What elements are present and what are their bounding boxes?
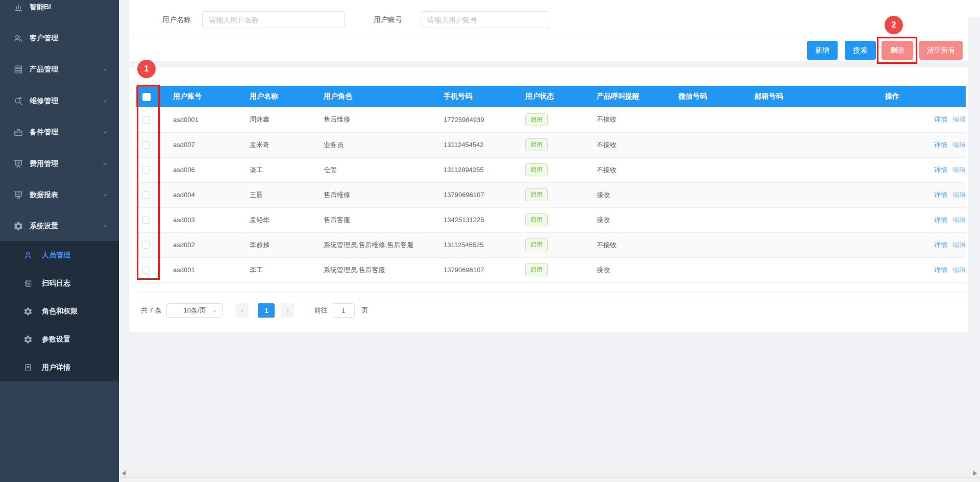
sidebar-item-smart-bi[interactable]: 智能BI <box>0 0 119 22</box>
user-name-label: 用户名称 <box>162 11 191 28</box>
scroll-left-arrow-icon[interactable] <box>122 471 126 476</box>
sidebar-item-scan-log[interactable]: 扫码日志 <box>0 269 119 297</box>
detail-link[interactable]: 详情 <box>934 191 947 199</box>
annotation-step-1-badge: 1 <box>137 60 156 78</box>
annotation-step-2-badge: 2 <box>885 16 903 34</box>
user-detail-icon <box>23 363 33 372</box>
row-checkbox[interactable] <box>142 216 150 224</box>
next-page-button[interactable]: › <box>281 303 294 318</box>
chevron-up-icon <box>102 223 109 230</box>
products-icon <box>13 64 23 75</box>
sidebar-item-reports[interactable]: 数据报表 <box>0 179 119 210</box>
user-name-input[interactable] <box>202 11 345 28</box>
cell-account: asd002 <box>167 232 243 257</box>
cell-account: asd007 <box>167 132 243 157</box>
cell-phone: 13112894255 <box>437 157 519 182</box>
col-header-account: 用户账号 <box>167 86 243 107</box>
row-checkbox[interactable] <box>142 267 150 274</box>
sidebar-item-products[interactable]: 产品管理 <box>0 54 119 85</box>
table-row: asd002 李超越 系统管理员,售后维修,售后客服 13112546525 启… <box>136 232 966 257</box>
edit-link[interactable]: 编辑 <box>952 115 966 123</box>
prev-page-button[interactable]: ‹ <box>235 303 249 318</box>
cell-phone: 13790696107 <box>437 182 519 207</box>
col-header-status: 用户状态 <box>519 86 591 107</box>
sidebar-item-personnel[interactable]: 人员管理 <box>0 241 119 269</box>
row-checkbox[interactable] <box>142 191 150 199</box>
gear-icon <box>13 221 23 231</box>
horizontal-scrollbar[interactable] <box>119 469 980 478</box>
edit-link[interactable]: 编辑 <box>952 266 966 274</box>
detail-link[interactable]: 详情 <box>934 166 947 174</box>
bottom-strip <box>119 478 980 482</box>
chevron-down-icon <box>102 129 109 136</box>
edit-link[interactable]: 编辑 <box>952 216 966 224</box>
gear-icon <box>23 335 33 344</box>
goto-page-input[interactable] <box>332 303 355 318</box>
user-account-input[interactable] <box>421 11 549 28</box>
sidebar-item-label: 维修管理 <box>30 97 58 106</box>
detail-link[interactable]: 详情 <box>934 216 947 224</box>
edit-link[interactable]: 编辑 <box>952 241 966 249</box>
cell-product-alert: 接收 <box>591 257 672 282</box>
detail-link[interactable]: 详情 <box>934 115 947 123</box>
sidebar-item-roles-permissions[interactable]: 角色和权限 <box>0 297 119 325</box>
cell-role: 系统管理员,售后维修,售后客服 <box>317 232 437 257</box>
detail-link[interactable]: 详情 <box>934 266 947 274</box>
edit-link[interactable]: 编辑 <box>952 166 966 174</box>
table-row: asd0001 周炜鑫 售后维修 17725984939 启用 不接收 详情编辑 <box>136 107 966 132</box>
sidebar-item-repair[interactable]: 维修管理 <box>0 85 119 116</box>
status-badge: 启用 <box>525 138 548 151</box>
cell-account: asd001 <box>167 257 243 282</box>
edit-link[interactable]: 编辑 <box>952 141 966 149</box>
detail-link[interactable]: 详情 <box>934 241 947 249</box>
search-button[interactable]: 搜索 <box>845 41 876 60</box>
delete-button[interactable]: 删除 <box>881 41 913 60</box>
col-header-email: 邮箱号码 <box>748 86 879 107</box>
scroll-right-arrow-icon[interactable] <box>973 471 977 476</box>
sidebar-menu: 智能BI 客户管理 产品管理 维修管理 <box>0 0 119 242</box>
clear-all-button[interactable]: 清空所有 <box>919 41 963 60</box>
cell-name: 周炜鑫 <box>243 107 317 132</box>
table-row: asd006 谈工 仓管 13112894255 启用 不接收 详情编辑 <box>136 157 966 182</box>
page-size-select[interactable]: 10条/页 <box>166 303 223 318</box>
col-header-phone: 手机号码 <box>437 86 519 107</box>
edit-link[interactable]: 编辑 <box>952 191 966 199</box>
table-row: asd004 王晨 售后维修 13790696107 启用 接收 详情编辑 <box>136 182 966 207</box>
cell-product-alert: 接收 <box>591 182 672 207</box>
total-count: 共 7 条 <box>141 306 161 315</box>
sidebar-item-parameters[interactable]: 参数设置 <box>0 325 119 353</box>
sidebar-item-spare-parts[interactable]: 备件管理 <box>0 117 119 148</box>
sidebar-item-label: 参数设置 <box>42 335 70 344</box>
chevron-down-icon <box>102 66 109 73</box>
row-checkbox[interactable] <box>142 242 150 249</box>
cell-phone: 13425131225 <box>437 207 519 232</box>
cell-phone: 13112546525 <box>437 232 519 257</box>
row-checkbox[interactable] <box>142 166 150 174</box>
cell-name: 李工 <box>243 257 317 282</box>
table-outer-line <box>136 298 966 298</box>
cell-phone: 13790696107 <box>437 257 519 282</box>
sidebar-item-label: 客户管理 <box>30 34 58 43</box>
scan-log-icon <box>23 279 33 288</box>
page-size-value: 10条/页 <box>183 306 206 315</box>
col-header-name: 用户名称 <box>243 86 317 107</box>
report-icon <box>13 190 23 200</box>
sidebar-item-customers[interactable]: 客户管理 <box>0 22 119 54</box>
expense-icon <box>13 159 23 169</box>
cell-wechat <box>672 107 748 132</box>
sidebar-item-expense[interactable]: 费用管理 <box>0 148 119 179</box>
row-checkbox[interactable] <box>142 141 150 149</box>
cell-product-alert: 不接收 <box>591 157 672 182</box>
add-button[interactable]: 新增 <box>807 41 838 60</box>
detail-link[interactable]: 详情 <box>934 141 947 149</box>
select-all-checkbox[interactable] <box>142 93 151 101</box>
sidebar-item-system-settings[interactable]: 系统设置 <box>0 211 119 242</box>
panel-divider <box>129 33 968 33</box>
row-checkbox[interactable] <box>142 116 150 124</box>
page-number-button[interactable]: 1 <box>258 303 275 318</box>
sidebar-item-user-detail[interactable]: 用户详情 <box>0 353 119 381</box>
goto-label: 前往 <box>314 306 327 315</box>
sidebar-item-label: 人员管理 <box>42 251 70 260</box>
cell-email <box>748 207 879 232</box>
sidebar-submenu-system-settings: 人员管理 扫码日志 角色和权限 参数设置 <box>0 241 119 381</box>
